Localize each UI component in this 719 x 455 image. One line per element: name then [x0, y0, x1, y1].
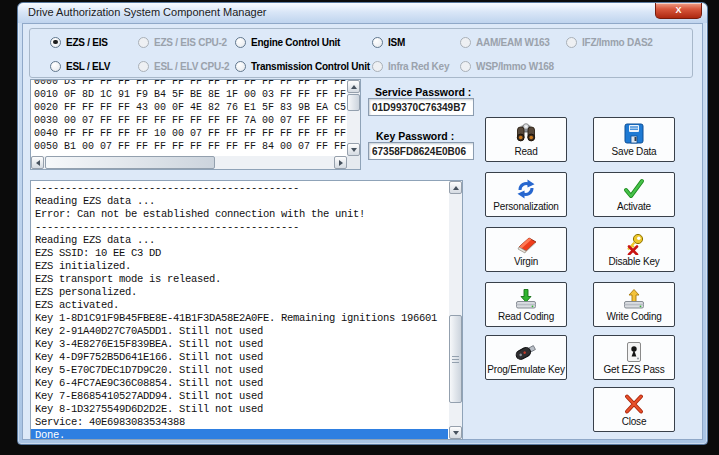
personalization-button[interactable]: Personalization	[485, 172, 567, 217]
read-coding-button[interactable]: Read Coding	[485, 282, 567, 327]
radio-label: Infra Red Key	[388, 61, 449, 72]
key-password-input[interactable]	[368, 142, 474, 160]
log-line[interactable]: Reading EZS data ...	[31, 195, 448, 208]
log-vertical-scrollbar[interactable]	[449, 181, 462, 439]
radio-ism[interactable]: ISM	[372, 35, 405, 49]
write-coding-button[interactable]: Write Coding	[593, 282, 675, 327]
radio-selected-dot	[53, 40, 57, 44]
radio-esl-elv[interactable]: ESL / ELV	[50, 59, 110, 73]
titlebar[interactable]: Drive Authorization System Component Man…	[18, 3, 707, 23]
thumb-grip-icon	[452, 356, 459, 363]
log-line[interactable]: EZS transport mode is released.	[31, 273, 448, 286]
prog-emulate-key-button[interactable]: Prog/Emulate Key	[485, 335, 567, 380]
right-arrow-icon	[339, 160, 343, 166]
log-line[interactable]: Key 1-8D1C91F9B45FBE8E-41B1F3DA58E2A0FE.…	[31, 312, 448, 325]
log-line[interactable]: Key 4-D9F752B5D641E166. Still not used	[31, 351, 448, 364]
unit-type-groupbox: EZS / EISEZS / EIS CPU-2Engine Control U…	[29, 28, 693, 78]
log-content: ----------------------------------------…	[31, 182, 448, 439]
log-line[interactable]: EZS personalized.	[31, 286, 448, 299]
red-x-icon	[621, 393, 647, 415]
button-label: Disable Key	[608, 256, 659, 267]
hex-vertical-scrollbar[interactable]	[347, 80, 360, 156]
log-line[interactable]: ----------------------------------------…	[31, 182, 448, 195]
log-line[interactable]: Done.	[31, 429, 448, 439]
hex-scroll-down-button[interactable]	[347, 143, 360, 156]
radio-label: WSP/Immo W168	[476, 61, 554, 72]
log-vscroll-thumb[interactable]	[449, 315, 462, 403]
hex-row: 0040 FF FF FF FF FF 10 00 07 FF FF FF FF…	[34, 127, 346, 140]
radio-transmission-control-unit[interactable]: Transmission Control Unit	[235, 59, 370, 73]
hex-horizontal-scrollbar[interactable]	[31, 156, 347, 169]
hex-scroll-left-button[interactable]	[31, 156, 44, 169]
radio-ifz-immo-das2[interactable]: IFZ/Immo DAS2	[566, 35, 653, 49]
log-listbox[interactable]: ----------------------------------------…	[30, 180, 463, 440]
log-scroll-up-button[interactable]	[449, 181, 462, 194]
radio-label: ISM	[388, 37, 405, 48]
radio-label: Engine Control Unit	[251, 37, 340, 48]
log-line[interactable]: Service: 40E6983083534388	[31, 416, 448, 429]
read-button[interactable]: Read	[485, 117, 567, 162]
down-arrow-icon	[351, 148, 357, 152]
up-arrow-icon	[453, 186, 459, 190]
activate-button[interactable]: Activate	[593, 172, 675, 217]
radio-button-icon	[138, 61, 149, 72]
log-line[interactable]: EZS initialized.	[31, 260, 448, 273]
log-line[interactable]: Reading EZS data ...	[31, 234, 448, 247]
button-label: Virgin	[514, 256, 538, 267]
radio-ezs-eis-cpu-2[interactable]: EZS / EIS CPU-2	[138, 35, 227, 49]
close-button[interactable]: Close	[593, 387, 675, 432]
log-line[interactable]: Error: Can not be established connection…	[31, 208, 448, 221]
service-password-label: Service Password :	[375, 86, 471, 98]
radio-ezs-eis[interactable]: EZS / EIS	[50, 35, 108, 49]
read-coding-icon	[513, 288, 539, 310]
app-window: Drive Authorization System Component Man…	[17, 2, 708, 445]
close-icon: X	[675, 5, 681, 15]
radio-aam-eam-w163[interactable]: AAM/EAM W163	[460, 35, 550, 49]
log-scroll-down-button[interactable]	[449, 426, 462, 439]
button-label: Close	[622, 416, 647, 427]
disabled-key-icon	[621, 233, 647, 255]
hex-dump-viewer[interactable]: 0000 D3 FF FF FF FF FF FF FF FF FF FF FF…	[30, 79, 361, 170]
log-line[interactable]: ----------------------------------------…	[31, 221, 448, 234]
button-label: Get EZS Pass	[604, 364, 665, 375]
binoculars-icon	[513, 123, 539, 145]
hex-scroll-up-button[interactable]	[347, 80, 360, 93]
service-password-input[interactable]	[368, 98, 474, 116]
virgin-button[interactable]: Virgin	[485, 227, 567, 272]
radio-infra-red-key[interactable]: Infra Red Key	[372, 59, 449, 73]
window-close-button[interactable]: X	[655, 3, 702, 19]
hex-row: 0010 0F 8D 1C 91 F9 B4 5F BE 8E 1F 00 03…	[34, 88, 346, 101]
hex-scroll-right-button[interactable]	[334, 156, 347, 169]
dialog-body: EZS / EISEZS / EIS CPU-2Engine Control U…	[22, 23, 703, 440]
floppy-disk-icon	[621, 123, 647, 145]
eraser-icon	[513, 233, 539, 255]
radio-button-icon	[235, 61, 246, 72]
log-line[interactable]: EZS SSID: 10 EE C3 DD	[31, 247, 448, 260]
log-line[interactable]: Key 7-E8685410527ADD94. Still not used	[31, 390, 448, 403]
green-check-icon	[621, 178, 647, 200]
radio-esl-elv-cpu-2[interactable]: ESL / ELV CPU-2	[138, 59, 229, 73]
log-line[interactable]: EZS activated.	[31, 299, 448, 312]
get-ezs-pass-button[interactable]: Get EZS Pass	[593, 335, 675, 380]
button-label: Personalization	[493, 201, 558, 212]
save-data-button[interactable]: Save Data	[593, 117, 675, 162]
radio-engine-control-unit[interactable]: Engine Control Unit	[235, 35, 340, 49]
button-label: Read	[514, 146, 537, 157]
log-line[interactable]: Key 2-91A40D27C70A5DD1. Still not used	[31, 325, 448, 338]
sync-arrows-icon	[513, 178, 539, 200]
log-line[interactable]: Key 5-E70C7DEC1D7D9C20. Still not used	[31, 364, 448, 377]
disable-key-button[interactable]: Disable Key	[593, 227, 675, 272]
radio-button-icon	[50, 61, 61, 72]
hex-row: 0030 00 07 FF FF FF FF FF FF FF FF 7A 00…	[34, 114, 346, 127]
hex-vscroll-thumb[interactable]	[347, 94, 360, 111]
hex-hscroll-thumb[interactable]	[45, 156, 215, 169]
radio-label: EZS / EIS CPU-2	[154, 37, 227, 48]
log-line[interactable]: Key 8-1D3275549D6D2D2E. Still not used	[31, 403, 448, 416]
left-arrow-icon	[36, 160, 40, 166]
log-line[interactable]: Key 6-4FC7AE9C36C08854. Still not used	[31, 377, 448, 390]
radio-wsp-immo-w168[interactable]: WSP/Immo W168	[460, 59, 554, 73]
log-line[interactable]: Key 3-4E8276E15F839BEA. Still not used	[31, 338, 448, 351]
radio-label: ESL / ELV	[66, 61, 110, 72]
screen: Drive Authorization System Component Man…	[0, 0, 719, 455]
radio-button-icon	[50, 37, 61, 48]
